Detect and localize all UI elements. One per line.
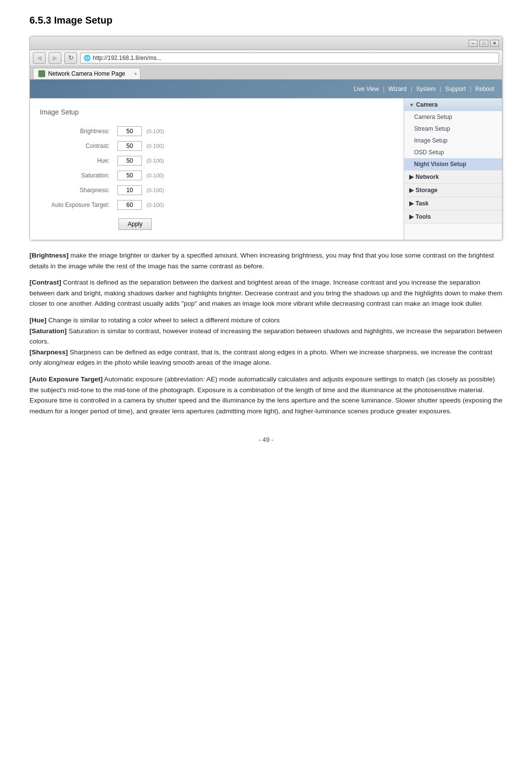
saturation-desc: Saturation is similar to contrast, howev… bbox=[29, 327, 502, 346]
contrast-paragraph: [Contrast] Contrast is defined as the se… bbox=[29, 277, 503, 309]
browser-titlebar: ─ □ ✕ bbox=[30, 36, 502, 50]
saturation-label: Saturation: bbox=[40, 168, 113, 183]
nav-support[interactable]: Support bbox=[445, 86, 466, 92]
sharpness-input[interactable] bbox=[117, 185, 142, 195]
sharpness-range: (0-100) bbox=[146, 187, 164, 193]
brightness-desc: make the image brighter or darker by a s… bbox=[29, 252, 494, 270]
maximize-button[interactable]: □ bbox=[479, 40, 488, 47]
contrast-range: (0-100) bbox=[146, 143, 164, 149]
table-row: Contrast: (0-100) bbox=[40, 139, 393, 153]
brightness-range: (0-100) bbox=[146, 128, 164, 134]
contrast-input[interactable] bbox=[117, 141, 142, 151]
storage-section[interactable]: ▶ Storage bbox=[404, 184, 502, 197]
task-section-label: Task bbox=[416, 200, 428, 207]
hue-input[interactable] bbox=[117, 156, 142, 166]
camera-section-label: Camera bbox=[416, 101, 438, 108]
contrast-label: Contrast: bbox=[40, 139, 113, 153]
camera-content-panel: Image Setup Brightness: (0-100) Contrast… bbox=[30, 98, 404, 240]
browser-window: ─ □ ✕ ◀ ▶ ↻ 🌐 http://192.168.1.8/en/ms..… bbox=[29, 36, 503, 240]
network-section-arrow: ▶ bbox=[409, 173, 414, 180]
camera-section-header[interactable]: ▼ Camera bbox=[404, 98, 502, 111]
contrast-cell: (0-100) bbox=[113, 139, 393, 153]
table-row: Auto Exposure Target: (0-100) bbox=[40, 198, 393, 212]
browser-tab[interactable]: Network Camera Home Page × bbox=[33, 68, 140, 79]
apply-button-row: Apply bbox=[40, 212, 393, 230]
sidebar-item-camera-setup[interactable]: Camera Setup bbox=[404, 111, 502, 123]
tools-section-arrow: ▶ bbox=[409, 213, 414, 220]
table-row: Brightness: (0-100) bbox=[40, 124, 393, 139]
camera-topbar: Live View | Wizard | System | Support | … bbox=[30, 80, 502, 98]
saturation-term: [Saturation] bbox=[29, 327, 67, 335]
sharpness-label: Sharpness: bbox=[40, 183, 113, 198]
hue-range: (0-100) bbox=[146, 158, 164, 164]
tools-section[interactable]: ▶ Tools bbox=[404, 210, 502, 224]
hue-cell: (0-100) bbox=[113, 153, 393, 168]
address-text: http://192.168.1.8/en/ms... bbox=[93, 55, 161, 61]
nav-reboot[interactable]: Reboot bbox=[475, 86, 494, 92]
sidebar-item-osd-setup[interactable]: OSD Setup bbox=[404, 146, 502, 158]
auto-exposure-paragraph: [Auto Exposure Target] Automatic exposur… bbox=[29, 374, 503, 416]
hue-desc: Change is similar to rotating a color wh… bbox=[47, 317, 280, 324]
network-section[interactable]: ▶ Network bbox=[404, 171, 502, 184]
apply-button[interactable]: Apply bbox=[118, 218, 152, 230]
table-row: Hue: (0-100) bbox=[40, 153, 393, 168]
image-setup-heading: Image Setup bbox=[40, 108, 393, 116]
nav-sep-3: | bbox=[440, 86, 441, 92]
hue-term: [Hue] bbox=[29, 317, 47, 324]
saturation-cell: (0-100) bbox=[113, 168, 393, 183]
close-button[interactable]: ✕ bbox=[490, 40, 499, 47]
minimize-button[interactable]: ─ bbox=[469, 40, 477, 47]
document-content: [Brightness] make the image brighter or … bbox=[29, 250, 503, 416]
contrast-term: [Contrast] bbox=[29, 279, 61, 286]
camera-page: Live View | Wizard | System | Support | … bbox=[30, 80, 502, 240]
page-title: 6.5.3 Image Setup bbox=[29, 15, 503, 26]
sharpness-term: [Sharpness] bbox=[29, 348, 68, 356]
titlebar-buttons: ─ □ ✕ bbox=[469, 40, 499, 47]
sidebar-item-stream-setup[interactable]: Stream Setup bbox=[404, 123, 502, 135]
auto-exposure-term: [Auto Exposure Target] bbox=[29, 375, 103, 383]
nav-sep-4: | bbox=[470, 86, 471, 92]
table-row: Saturation: (0-100) bbox=[40, 168, 393, 183]
tab-favicon bbox=[38, 70, 45, 77]
camera-body: Image Setup Brightness: (0-100) Contrast… bbox=[30, 98, 502, 240]
auto-exposure-label: Auto Exposure Target: bbox=[40, 198, 113, 212]
refresh-button[interactable]: ↻ bbox=[64, 52, 77, 64]
sidebar-item-night-vision-setup[interactable]: Night Vision Setup bbox=[404, 158, 502, 170]
page-number: - 49 - bbox=[258, 436, 273, 443]
network-section-label: Network bbox=[416, 173, 439, 180]
camera-nav-links: Live View | Wizard | System | Support | … bbox=[354, 86, 494, 92]
address-lock-icon: 🌐 bbox=[84, 55, 91, 61]
tools-section-label: Tools bbox=[416, 213, 431, 220]
saturation-input[interactable] bbox=[117, 171, 142, 180]
sidebar-item-image-setup[interactable]: Image Setup bbox=[404, 135, 502, 146]
nav-sep-2: | bbox=[411, 86, 412, 92]
camera-sidebar: ▼ Camera Camera Setup Stream Setup Image… bbox=[404, 98, 502, 240]
brightness-paragraph: [Brightness] make the image brighter or … bbox=[29, 250, 503, 271]
sharpness-cell: (0-100) bbox=[113, 183, 393, 198]
table-row: Sharpness: (0-100) bbox=[40, 183, 393, 198]
nav-system[interactable]: System bbox=[416, 86, 436, 92]
brightness-label: Brightness: bbox=[40, 124, 113, 139]
auto-exposure-range: (0-100) bbox=[146, 202, 164, 208]
browser-toolbar: ◀ ▶ ↻ 🌐 http://192.168.1.8/en/ms... bbox=[30, 50, 502, 66]
task-section[interactable]: ▶ Task bbox=[404, 197, 502, 210]
tab-label: Network Camera Home Page bbox=[48, 70, 125, 77]
camera-section: ▼ Camera Camera Setup Stream Setup Image… bbox=[404, 98, 502, 171]
nav-wizard[interactable]: Wizard bbox=[389, 86, 407, 92]
page-footer: - 49 - bbox=[29, 436, 503, 443]
forward-button[interactable]: ▶ bbox=[49, 52, 61, 64]
auto-exposure-input[interactable] bbox=[117, 200, 142, 210]
sharpness-desc: Sharpness can be defined as edge contras… bbox=[29, 348, 493, 367]
hue-paragraph: [Hue] Change is similar to rotating a co… bbox=[29, 315, 503, 368]
nav-live-view[interactable]: Live View bbox=[354, 86, 379, 92]
browser-tabs: Network Camera Home Page × bbox=[30, 66, 502, 80]
brightness-term: [Brightness] bbox=[29, 252, 69, 259]
contrast-desc: Contrast is defined as the separation be… bbox=[29, 279, 503, 307]
task-section-arrow: ▶ bbox=[409, 200, 414, 207]
storage-section-label: Storage bbox=[416, 187, 438, 194]
storage-section-arrow: ▶ bbox=[409, 187, 414, 194]
brightness-input[interactable] bbox=[117, 126, 142, 136]
address-bar[interactable]: 🌐 http://192.168.1.8/en/ms... bbox=[80, 53, 499, 63]
tab-close-button[interactable]: × bbox=[134, 71, 137, 77]
back-button[interactable]: ◀ bbox=[33, 52, 46, 64]
